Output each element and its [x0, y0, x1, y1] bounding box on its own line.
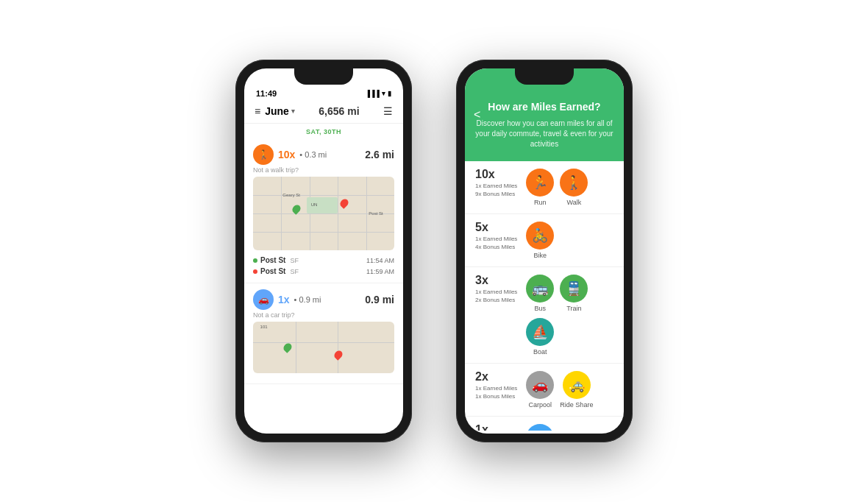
- map-label-geary: Geary St: [282, 193, 300, 197]
- bus-icon-circle: 🚌: [526, 275, 554, 303]
- stop-dot-green: [253, 258, 257, 263]
- miles-row-5x: 5x 1x Earned Miles4x Bonus Miles 🚴 Bike: [465, 214, 624, 267]
- phone-2: < How are Miles Earned? Discover how you…: [456, 60, 633, 442]
- month-selector[interactable]: June ▾: [265, 105, 295, 117]
- stop1-city: SF: [290, 257, 299, 264]
- activity-icons-2x: 🚗 Carpool 🚕 Ride Share: [526, 371, 613, 409]
- activity-carpool: 🚗 Carpool: [526, 371, 554, 409]
- phone-2-screen: < How are Miles Earned? Discover how you…: [465, 68, 624, 434]
- mult-number-10x: 10x: [475, 169, 517, 180]
- trip-header-car: 🚗 1x • 0.9 mi 0.9 mi: [253, 289, 394, 310]
- phone-1: 11:49 ▐▐▐ ▾ ▮ ≡ June ▾ 6,656 mi ☰: [235, 60, 412, 442]
- train-label: Train: [566, 305, 581, 312]
- stop-left-1: Post St SF: [253, 256, 299, 264]
- street-v3: [338, 177, 338, 250]
- train-icon-circle: 🚆: [560, 275, 588, 303]
- mult-number-1x: 1x: [475, 424, 517, 431]
- car-map-label-101: 101: [260, 325, 268, 329]
- street-v2: [310, 177, 310, 250]
- page-title: How are Miles Earned?: [475, 101, 613, 113]
- bus-label: Bus: [535, 305, 547, 312]
- car-multiplier: 1x: [278, 294, 290, 305]
- street-h1: [253, 195, 394, 196]
- run-label: Run: [534, 199, 547, 206]
- list-icon[interactable]: ☰: [383, 105, 393, 117]
- activity-walk: 🚶 Walk: [560, 169, 588, 206]
- phones-container: 11:49 ▐▐▐ ▾ ▮ ≡ June ▾ 6,656 mi ☰: [0, 0, 868, 502]
- stop-row-2: Post St SF 11:59 AM: [253, 266, 394, 277]
- boat-label: Boat: [533, 348, 547, 356]
- activity-bike: 🚴 Bike: [526, 222, 554, 259]
- walk-multiplier: 10x: [278, 149, 295, 160]
- walk-activity-icon-circle: 🚶: [560, 169, 588, 197]
- walk-trip-map: Geary St Post St UN: [253, 177, 394, 250]
- car-icon: 🚗: [258, 294, 269, 305]
- mult-detail-3x: 1x Earned Miles2x Bonus Miles: [475, 288, 517, 304]
- stop-dot-red: [253, 269, 257, 274]
- map-background: Geary St Post St UN: [253, 177, 394, 250]
- header-1: ≡ June ▾ 6,656 mi ☰: [244, 101, 403, 124]
- trip-icon-multiplier-car: 🚗 1x • 0.9 mi: [253, 289, 321, 310]
- walk-activity-label: Walk: [567, 199, 582, 206]
- street-h3: [253, 232, 394, 233]
- walk-not-label[interactable]: Not a walk trip?: [253, 166, 394, 174]
- multiplier-3x: 3x 1x Earned Miles2x Bonus Miles: [475, 275, 517, 304]
- bike-icon: 🚴: [532, 227, 548, 244]
- stop-left-2: Post St SF: [253, 267, 299, 275]
- map-label-post: Post St: [369, 211, 383, 216]
- activity-train: 🚆 Train: [560, 275, 588, 312]
- activity-icons-1x: 🚙 Drive: [526, 424, 613, 431]
- stop2-city: SF: [290, 268, 299, 275]
- map-pin-red: [338, 197, 350, 209]
- mult-detail-2x: 1x Earned Miles1x Bonus Miles: [475, 384, 517, 400]
- stop1-time: 11:54 AM: [366, 257, 394, 264]
- filter-icon[interactable]: ≡: [255, 105, 260, 117]
- car-trip-map: 101: [253, 322, 394, 373]
- trip-icon-multiplier-walk: 🚶 10x • 0.3 mi: [253, 144, 327, 165]
- wifi-icon: ▾: [382, 90, 385, 97]
- multiplier-2x: 2x 1x Earned Miles1x Bonus Miles: [475, 371, 517, 400]
- activity-icons-3x: 🚌 Bus 🚆 Train ⛵: [526, 275, 613, 356]
- status-bar-1: 11:49 ▐▐▐ ▾ ▮: [244, 85, 403, 101]
- trip-card-car: 🚗 1x • 0.9 mi 0.9 mi Not a car trip? 101: [244, 283, 403, 384]
- car-not-label[interactable]: Not a car trip?: [253, 311, 394, 319]
- carpool-icon: 🚗: [532, 377, 548, 393]
- total-miles: 6,656 mi: [319, 105, 359, 117]
- drive-icon: 🚙: [532, 430, 548, 431]
- page-subtitle: Discover how you can earn miles for all …: [475, 119, 613, 149]
- car-map-pin-red: [333, 349, 345, 361]
- chevron-down-icon: ▾: [291, 107, 295, 115]
- miles-list: 10x 1x Earned Miles9x Bonus Miles 🏃 Run: [465, 161, 624, 431]
- carpool-label: Carpool: [529, 401, 552, 409]
- multiplier-1x: 1x 1x Earned Miles: [475, 424, 517, 431]
- status-icons-1: ▐▐▐ ▾ ▮: [366, 90, 391, 97]
- activity-run: 🏃 Run: [526, 169, 554, 206]
- train-icon: 🚆: [566, 280, 582, 297]
- map-bg-2: 101: [253, 322, 394, 373]
- bike-icon-circle: 🚴: [526, 222, 554, 250]
- mult-number-5x: 5x: [475, 222, 517, 233]
- trip-header-walk: 🚶 10x • 0.3 mi 2.6 mi: [253, 144, 394, 165]
- walk-total-miles: 2.6 mi: [365, 149, 394, 160]
- mult-number-2x: 2x: [475, 371, 517, 383]
- carpool-icon-circle: 🚗: [526, 371, 554, 399]
- bike-label: Bike: [534, 252, 547, 259]
- car-map-pin-green: [282, 342, 294, 354]
- mult-detail-10x: 1x Earned Miles9x Bonus Miles: [475, 182, 517, 198]
- drive-icon-circle: 🚙: [526, 424, 554, 431]
- activity-rideshare: 🚕 Ride Share: [560, 371, 593, 409]
- activity-bus: 🚌 Bus: [526, 275, 554, 312]
- status-time-1: 11:49: [256, 89, 277, 98]
- run-icon-circle: 🏃: [526, 169, 554, 197]
- activity-drive: 🚙 Drive: [526, 424, 554, 431]
- map-label-un: UN: [311, 202, 318, 207]
- header-left: ≡ June ▾: [255, 105, 295, 117]
- car-distance: • 0.9 mi: [294, 295, 321, 304]
- street-v1: [281, 177, 282, 250]
- walk-distance: • 0.3 mi: [299, 150, 327, 159]
- mult-number-3x: 3x: [475, 275, 517, 286]
- mult-detail-5x: 1x Earned Miles4x Bonus Miles: [475, 235, 517, 251]
- miles-row-10x: 10x 1x Earned Miles9x Bonus Miles 🏃 Run: [465, 161, 624, 214]
- walk-activity-icon: 🚶: [566, 174, 582, 191]
- car-street-v1: [296, 322, 296, 373]
